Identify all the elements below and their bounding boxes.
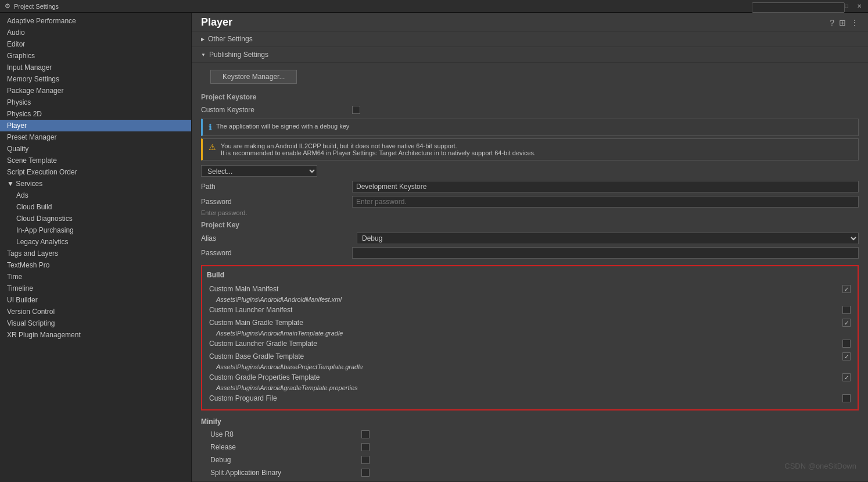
release-checkbox[interactable] [361,443,370,451]
gear-icon: ⚙ [5,2,10,10]
use-r8-checkbox[interactable] [361,430,370,438]
title-bar-left: ⚙ Project Settings [5,2,59,10]
split-app-checkbox[interactable] [361,469,370,477]
sidebar-item-ads[interactable]: Ads [0,190,191,201]
debug-row: Debug [201,454,859,466]
sidebar-item-cloud-diagnostics[interactable]: Cloud Diagnostics [0,213,191,224]
main-container: Adaptive PerformanceAudioEditorGraphicsI… [0,13,868,482]
custom-keystore-checkbox[interactable] [352,106,360,114]
custom-main-gradle-checkbox[interactable] [842,319,851,327]
other-settings-label: Other Settings [208,35,253,43]
key-password-row: Password [192,245,868,260]
alias-select[interactable]: Debug [357,233,859,244]
title-bar: ⚙ Project Settings ⋮ □ ✕ [0,0,868,13]
more-icon[interactable]: ⋮ [851,18,859,27]
custom-launcher-gradle-row: Custom Launcher Gradle Template [207,337,853,350]
sidebar-item-legacy-analytics[interactable]: Legacy Analytics [0,236,191,248]
keystore-manager-button[interactable]: Keystore Manager... [210,70,297,84]
warn-icon: ⚠ [209,142,216,152]
key-password-label: Password [201,249,352,257]
other-settings-triangle: ▶ [201,37,205,42]
publishing-section: ▼ Publishing Settings Keystore Manager..… [192,47,868,482]
publishing-settings-header[interactable]: ▼ Publishing Settings [192,47,868,63]
split-app-label: Split Application Binary [210,469,361,477]
enter-password-hint: Enter password. [192,209,868,219]
header-icons: ? ⊞ ⋮ [830,18,859,27]
minify-title: Minify [201,417,859,426]
custom-base-gradle-row: Custom Base Gradle Template [207,350,853,363]
custom-gradle-props-label: Custom Gradle Properties Template [209,373,842,381]
use-r8-label: Use R8 [210,430,361,438]
layout-icon[interactable]: ⊞ [839,18,846,27]
keystore-password-label: Password [201,198,352,206]
custom-gradle-props-checkbox[interactable] [842,373,851,381]
sidebar-item-scene-template[interactable]: Scene Template [0,155,191,166]
warn-message: You are making an Android IL2CPP build, … [221,142,536,156]
custom-launcher-manifest-row: Custom Launcher Manifest [207,304,853,316]
custom-proguard-checkbox[interactable] [842,394,851,402]
custom-base-gradle-label: Custom Base Gradle Template [209,352,842,360]
sidebar-item-in-app-purchasing[interactable]: In-App Purchasing [0,224,191,236]
sidebar-item-timeline[interactable]: Timeline [0,283,191,294]
path-label: Path [201,183,352,191]
publishing-settings-label: Publishing Settings [209,51,268,59]
sidebar-item-physics-2d[interactable]: Physics 2D [0,108,191,120]
custom-keystore-label: Custom Keystore [201,106,352,114]
debug-checkbox[interactable] [361,456,370,464]
sidebar-item-physics[interactable]: Physics [0,97,191,108]
sidebar-item-adaptive-performance[interactable]: Adaptive Performance [0,15,191,27]
search-input[interactable] [752,2,845,13]
keystore-password-input[interactable] [352,196,859,208]
sidebar: Adaptive PerformanceAudioEditorGraphicsI… [0,13,192,482]
sidebar-item-player[interactable]: Player [0,120,191,131]
sidebar-item-editor[interactable]: Editor [0,38,191,50]
custom-base-gradle-checkbox[interactable] [842,352,851,360]
split-app-row: Split Application Binary [201,466,859,479]
sidebar-item-xr-plugin-management[interactable]: XR Plugin Management [0,329,191,341]
project-key-subtitle: Project Key [192,219,868,231]
info-message: The application will be signed with a de… [216,123,349,130]
build-title: Build [207,271,853,279]
custom-gradle-props-path: Assets\Plugins\Android\gradleTemplate.pr… [207,384,853,392]
sidebar-item-ui-builder[interactable]: UI Builder [0,294,191,306]
close-button[interactable]: ✕ [855,2,863,10]
minify-section: Minify Use R8 Release Debug Spli [192,415,868,481]
content-area: Player ? ⊞ ⋮ ▶ Other Settings ▼ Publishi… [192,13,868,482]
custom-proguard-row: Custom Proguard File [207,392,853,405]
sidebar-item-cloud-build[interactable]: Cloud Build [0,201,191,213]
sidebar-item-preset-manager[interactable]: Preset Manager [0,131,191,143]
sidebar-item-package-manager[interactable]: Package Manager [0,85,191,97]
path-input[interactable] [352,181,859,192]
sidebar-item-textmesh-pro[interactable]: TextMesh Pro [0,259,191,271]
keystore-select[interactable]: Select... [201,165,317,177]
sidebar-item-graphics[interactable]: Graphics [0,50,191,62]
key-password-input[interactable] [352,247,859,259]
custom-main-manifest-label: Custom Main Manifest [209,285,842,293]
build-section: Build Custom Main Manifest Assets\Plugin… [201,265,859,410]
sidebar-item-tags-and-layers[interactable]: Tags and Layers [0,248,191,259]
custom-main-manifest-checkbox[interactable] [842,285,851,293]
help-icon[interactable]: ? [830,18,834,27]
sidebar-item-quality[interactable]: Quality [0,143,191,155]
sidebar-item-services[interactable]: ▼ Services [0,178,191,190]
sidebar-item-script-execution-order[interactable]: Script Execution Order [0,166,191,178]
other-settings-header[interactable]: ▶ Other Settings [192,31,868,47]
path-row: Path [192,179,868,194]
sidebar-item-version-control[interactable]: Version Control [0,306,191,317]
sidebar-item-input-manager[interactable]: Input Manager [0,62,191,73]
release-row: Release [201,441,859,454]
keystore-manager-row: Keystore Manager... [192,63,868,91]
custom-launcher-manifest-checkbox[interactable] [842,306,851,314]
sidebar-item-audio[interactable]: Audio [0,27,191,38]
publishing-settings-triangle: ▼ [201,52,206,58]
info-icon: ℹ [209,123,211,132]
release-label: Release [210,443,361,451]
sidebar-item-visual-scripting[interactable]: Visual Scripting [0,317,191,329]
warn-box: ⚠ You are making an Android IL2CPP build… [201,138,859,160]
sidebar-item-memory-settings[interactable]: Memory Settings [0,73,191,85]
title-bar-right[interactable]: ⋮ □ ✕ [830,2,863,10]
sidebar-item-time[interactable]: Time [0,271,191,283]
content-inner: Player ? ⊞ ⋮ ▶ Other Settings ▼ Publishi… [192,13,868,482]
info-box: ℹ The application will be signed with a … [201,119,859,136]
custom-launcher-gradle-checkbox[interactable] [842,340,851,348]
